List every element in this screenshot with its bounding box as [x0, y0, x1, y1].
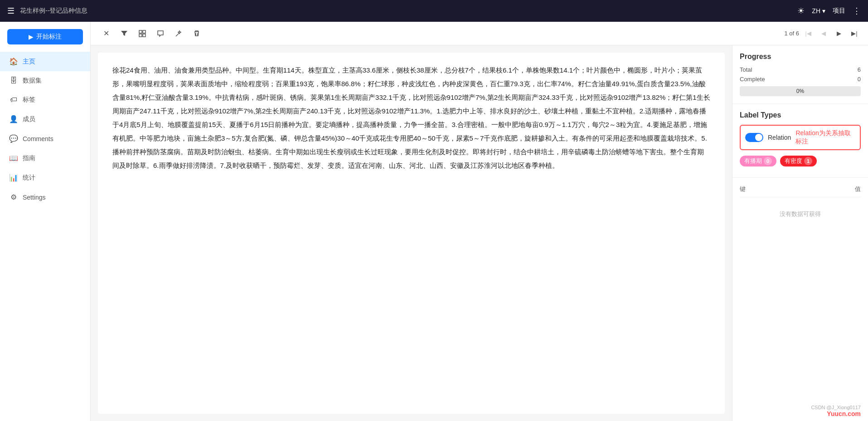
language-selector[interactable]: ZH ▾ — [812, 7, 825, 15]
toolbar: ✕ 1 of 6 |◀ ◀ ▶ ▶| — [91, 22, 868, 45]
tag-youmidu-label: 有密度 — [785, 157, 802, 165]
sidebar-item-settings[interactable]: ⚙ Settings — [0, 187, 90, 207]
kv-empty: 没有数据可获得 — [740, 203, 861, 225]
main-layout: ▶ 开始标注 🏠 主页 🗄 数据集 🏷 标签 👤 成员 💬 — [0, 22, 868, 421]
project-button[interactable]: 项目 — [833, 7, 845, 15]
page-last-button[interactable]: ▶| — [848, 27, 861, 40]
lang-label: ZH — [812, 7, 820, 15]
tag-youboji[interactable]: 有播期 0 — [740, 156, 776, 166]
relation-label: Relation — [768, 134, 791, 141]
sidebar-item-label: 主页 — [23, 58, 35, 66]
watermark-site: Yuucn.com — [827, 410, 861, 417]
label-types-section: Label Types Relation Relation为关系抽取标注 有播期 — [732, 104, 868, 178]
kv-key-label: 键 — [740, 185, 746, 193]
members-icon: 👤 — [9, 115, 18, 123]
kv-value-label: 值 — [855, 185, 861, 193]
complete-value: 0 — [858, 76, 861, 83]
progress-section: Progress Total 6 Complete 0 0% — [732, 45, 868, 104]
progress-title: Progress — [740, 53, 861, 61]
tag-youboji-count: 0 — [764, 157, 772, 165]
total-value: 6 — [858, 66, 861, 73]
page-prev-button[interactable]: ◀ — [817, 27, 830, 40]
tag-youmidu[interactable]: 有密度 1 — [780, 156, 817, 166]
sidebar-item-label: 指南 — [23, 154, 35, 162]
document-text: 徐花24食用、油用、油食兼用类型品种。中间型。生育期114天。株型直立，主茎高3… — [112, 64, 710, 172]
right-panel: Progress Total 6 Complete 0 0% — [732, 45, 868, 421]
label-types-title: Label Types — [740, 111, 861, 119]
sidebar-item-guide[interactable]: 📖 指南 — [0, 148, 90, 168]
svg-rect-3 — [143, 34, 145, 37]
delete-button[interactable] — [189, 25, 205, 42]
sidebar-item-label: Settings — [23, 194, 46, 201]
doc-area: 徐花24食用、油用、油食兼用类型品种。中间型。生育期114天。株型直立，主茎高3… — [91, 45, 868, 421]
sidebar-item-label: 标签 — [23, 96, 35, 104]
total-row: Total 6 — [740, 66, 861, 73]
sidebar-item-label: Comments — [23, 135, 53, 142]
dataset-icon: 🗄 — [9, 77, 18, 85]
sidebar: ▶ 开始标注 🏠 主页 🗄 数据集 🏷 标签 👤 成员 💬 — [0, 22, 91, 421]
relation-row: Relation Relation为关系抽取标注 — [740, 125, 861, 150]
tag-youboji-label: 有播期 — [744, 157, 762, 165]
comments-icon: 💬 — [9, 134, 18, 143]
sidebar-item-dataset[interactable]: 🗄 数据集 — [0, 71, 90, 90]
guide-icon: 📖 — [9, 154, 18, 162]
menu-icon[interactable]: ☰ — [7, 6, 15, 16]
layout-button[interactable] — [134, 25, 150, 42]
total-label: Total — [740, 66, 752, 73]
kv-section: 键 值 没有数据可获得 — [732, 178, 868, 233]
relation-toggle[interactable] — [745, 133, 763, 142]
more-icon[interactable]: ⋮ — [853, 6, 861, 16]
svg-rect-1 — [143, 30, 145, 33]
progress-percent: 0% — [796, 88, 804, 94]
start-label: 开始标注 — [36, 33, 62, 41]
toggle-slider — [745, 133, 763, 142]
close-button[interactable]: ✕ — [98, 25, 114, 42]
page-next-button[interactable]: ▶ — [833, 27, 845, 40]
tag-youmidu-count: 1 — [804, 157, 812, 165]
document-content: 徐花24食用、油用、油食兼用类型品种。中间型。生育期114天。株型直立，主茎高3… — [98, 53, 725, 414]
home-icon: 🏠 — [9, 57, 18, 66]
sidebar-item-stats[interactable]: 📊 统计 — [0, 168, 90, 187]
sidebar-nav: 🏠 主页 🗄 数据集 🏷 标签 👤 成员 💬 Comments 📖 指南 — [0, 52, 90, 421]
sidebar-item-label: 统计 — [23, 174, 35, 182]
settings-icon: ⚙ — [9, 193, 18, 201]
pagination: 1 of 6 |◀ ◀ ▶ ▶| — [784, 27, 861, 40]
pagination-text: 1 of 6 — [784, 30, 799, 37]
start-annotate-button[interactable]: ▶ 开始标注 — [7, 29, 83, 44]
sidebar-item-label: 数据集 — [23, 77, 42, 85]
comment-button[interactable] — [152, 25, 169, 42]
tag-row: 有播期 0 有密度 1 — [740, 156, 861, 166]
svg-rect-2 — [139, 34, 142, 37]
complete-label: Complete — [740, 76, 765, 83]
watermark-author: CSDN @J_Xiong0117 — [811, 405, 861, 410]
complete-row: Complete 0 — [740, 76, 861, 83]
relation-annotation: Relation为关系抽取标注 — [795, 129, 855, 146]
sidebar-top: ▶ 开始标注 — [0, 22, 90, 52]
sidebar-item-label: 成员 — [23, 115, 35, 123]
sidebar-item-home[interactable]: 🏠 主页 — [0, 52, 90, 71]
page-first-button[interactable]: |◀ — [802, 27, 815, 40]
filter-button[interactable] — [116, 25, 132, 42]
header-title: 花生样例--登记品种信息 — [20, 7, 87, 15]
lang-chevron-icon: ▾ — [822, 7, 825, 15]
header: ☰ 花生样例--登记品种信息 ☀ ZH ▾ 项目 ⋮ — [0, 0, 868, 22]
tags-icon: 🏷 — [9, 96, 18, 104]
progress-bar-bg: 0% — [740, 86, 861, 96]
start-icon: ▶ — [29, 33, 34, 40]
header-right: ☀ ZH ▾ 项目 ⋮ — [797, 6, 861, 16]
sidebar-item-tags[interactable]: 🏷 标签 — [0, 90, 90, 109]
kv-header: 键 值 — [740, 185, 861, 197]
sun-icon[interactable]: ☀ — [797, 6, 805, 16]
sidebar-item-members[interactable]: 👤 成员 — [0, 109, 90, 129]
svg-rect-0 — [139, 30, 142, 33]
wand-button[interactable] — [170, 25, 187, 42]
sidebar-item-comments[interactable]: 💬 Comments — [0, 129, 90, 148]
header-left: ☰ 花生样例--登记品种信息 — [7, 6, 87, 16]
stats-icon: 📊 — [9, 173, 18, 182]
content-area: ✕ 1 of 6 |◀ ◀ ▶ ▶| — [91, 22, 868, 421]
